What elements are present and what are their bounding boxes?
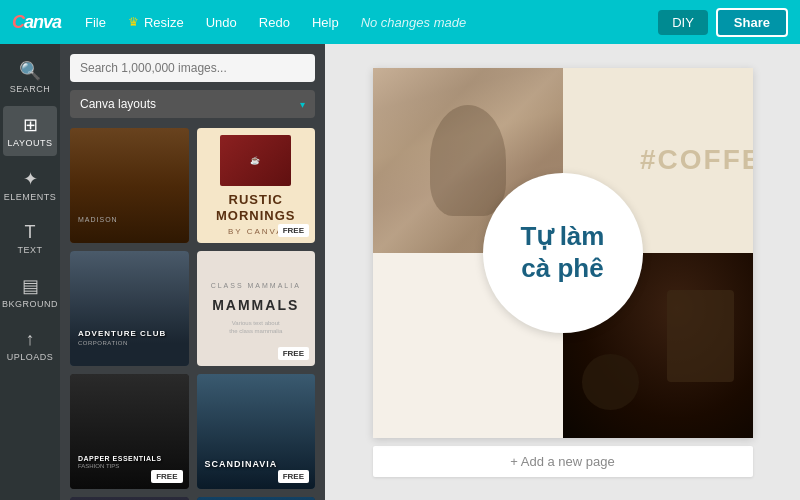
- crown-icon: ♛: [128, 15, 139, 29]
- nav-redo[interactable]: Redo: [251, 11, 298, 34]
- template-card[interactable]: ADVENTURE CLUB CORPORATION: [70, 251, 189, 366]
- text-label: TEXT: [17, 245, 42, 255]
- central-circle: Tự làm cà phê: [483, 173, 643, 333]
- icon-sidebar: 🔍 SEARCH ⊞ LAYOUTS ✦ ELEMENTS T TEXT ▤ B…: [0, 44, 60, 500]
- canva-logo[interactable]: Canva: [12, 12, 61, 33]
- nav-menu: File ♛ Resize Undo Redo Help No changes …: [77, 11, 658, 34]
- free-badge: FREE: [151, 470, 182, 483]
- template-title-label: SCANDINAVIA: [205, 459, 308, 469]
- layouts-dropdown[interactable]: Canva layouts ▾: [70, 90, 315, 118]
- templates-grid: MADISON ☕ RUSTICMORNINGS BY CANVA FREE: [60, 128, 325, 500]
- chevron-down-icon: ▾: [300, 99, 305, 110]
- canvas-content: #COFFE #DIY Tự làm: [373, 68, 753, 438]
- free-badge: FREE: [278, 224, 309, 237]
- top-navigation: Canva File ♛ Resize Undo Redo Help No ch…: [0, 0, 800, 44]
- hashtag-coffee-text: #COFFE: [640, 144, 752, 176]
- template-card[interactable]: DAPPER ESSENTIALS FASHION TIPS FREE: [70, 374, 189, 489]
- background-icon: ▤: [22, 275, 39, 297]
- text-icon: T: [25, 222, 36, 243]
- share-button[interactable]: Share: [716, 8, 788, 37]
- add-page-button[interactable]: + Add a new page: [373, 446, 753, 477]
- uploads-label: UPLOADS: [7, 352, 54, 362]
- nav-help[interactable]: Help: [304, 11, 347, 34]
- canvas-area: #COFFE #DIY Tự làm: [325, 44, 800, 500]
- template-card[interactable]: SCANDINAVIA FREE: [197, 374, 316, 489]
- layouts-icon: ⊞: [23, 114, 38, 136]
- sidebar-item-elements[interactable]: ✦ ELEMENTS: [3, 160, 57, 210]
- circle-text: Tự làm cà phê: [521, 221, 605, 283]
- sidebar-item-uploads[interactable]: ↑ UPLOADS: [3, 321, 57, 370]
- sidebar-item-search[interactable]: 🔍 SEARCH: [3, 52, 57, 102]
- search-icon: 🔍: [19, 60, 41, 82]
- template-card[interactable]: CLASS MAMMALIA MAMMALS Various text abou…: [197, 251, 316, 366]
- search-input[interactable]: [70, 54, 315, 82]
- background-label: BKGROUND: [2, 299, 58, 309]
- sidebar-item-text[interactable]: T TEXT: [3, 214, 57, 263]
- save-status: No changes made: [361, 15, 467, 30]
- sidebar-item-background[interactable]: ▤ BKGROUND: [3, 267, 57, 317]
- nav-resize[interactable]: ♛ Resize: [120, 11, 192, 34]
- nav-undo[interactable]: Undo: [198, 11, 245, 34]
- nav-right-actions: DIY Share: [658, 8, 788, 37]
- layouts-dropdown-label: Canva layouts: [80, 97, 156, 111]
- layouts-label: LAYOUTS: [8, 138, 53, 148]
- uploads-icon: ↑: [26, 329, 35, 350]
- diy-button[interactable]: DIY: [658, 10, 708, 35]
- search-box: [70, 54, 315, 82]
- template-card[interactable]: ☕ RUSTICMORNINGS BY CANVA FREE: [197, 128, 316, 243]
- main-layout: 🔍 SEARCH ⊞ LAYOUTS ✦ ELEMENTS T TEXT ▤ B…: [0, 44, 800, 500]
- search-label: SEARCH: [10, 84, 51, 94]
- elements-label: ELEMENTS: [4, 192, 57, 202]
- free-badge: FREE: [278, 470, 309, 483]
- canvas-wrapper[interactable]: #COFFE #DIY Tự làm: [373, 68, 753, 438]
- template-card[interactable]: MADISON: [70, 128, 189, 243]
- elements-icon: ✦: [23, 168, 38, 190]
- free-badge: FREE: [278, 347, 309, 360]
- sidebar-item-layouts[interactable]: ⊞ LAYOUTS: [3, 106, 57, 156]
- left-panel: Canva layouts ▾ MADISON ☕ RUSTI: [60, 44, 325, 500]
- nav-file[interactable]: File: [77, 11, 114, 34]
